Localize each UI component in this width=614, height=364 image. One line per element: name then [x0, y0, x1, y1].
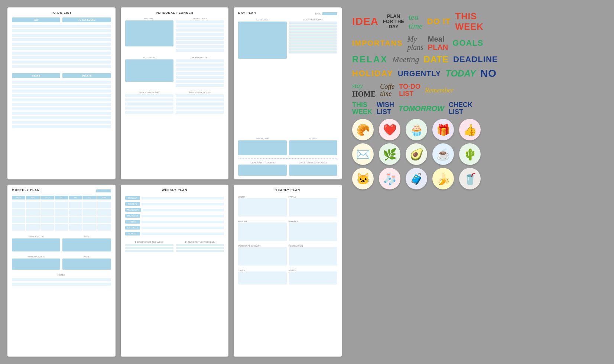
to-schedule-btn: TO SCHEDULE — [62, 17, 111, 22]
monthly-plan-card: MONTHLY PLAN MON TUE WED THU FRI SAT SUN — [7, 185, 116, 357]
friday-row: FRIDAY — [125, 220, 224, 224]
stickers-panel: IDEA PLANFOR THEDAY teatime DO IT Thiswe… — [348, 7, 607, 357]
this-week-sticker: Thisweek — [455, 11, 484, 32]
day-sun: SUN — [97, 196, 111, 199]
day-mon: MON — [12, 196, 25, 199]
meeting-label: MEETING — [125, 17, 173, 20]
priorities-label: PRIORITIES OF THE WEEK — [125, 241, 173, 243]
tomorrow-sticker: TOMORROW — [399, 104, 444, 113]
year-section-work-family: WORK FAMILY — [238, 196, 337, 217]
goals-sticker: GOALS — [452, 38, 483, 48]
sticker-row-1: IDEA PLANFOR THEDAY teatime DO IT Thiswe… — [352, 11, 603, 32]
wish-list-sticker: WISHLIST — [377, 101, 394, 116]
icon-stickers-row-2: ✉️ 🌿 🥑 ☕ 🌵 — [352, 143, 603, 165]
mug-sticker: ☕ — [432, 143, 454, 165]
notes-day-label: NOTES — [289, 137, 337, 140]
year-section-trips-notes: TRIPS NOTES — [238, 269, 337, 285]
sticker-row-2: IMPORTANS Myplans MealPLAN GOALS — [352, 35, 603, 51]
tea-time-sticker: teatime — [409, 13, 423, 30]
urgently-sticker: URGENTLY — [398, 69, 441, 78]
note2-label: NOTE — [62, 256, 111, 258]
icon-stickers-row-3: 🐱 🧦 🧳 🍌 🥤 — [352, 168, 603, 189]
thursday-row: THURSDAY — [125, 214, 224, 218]
avocado-sticker: 🥑 — [406, 143, 427, 165]
remember-sticker: Remember — [425, 87, 454, 94]
target-label: TARGET LIST — [176, 17, 224, 20]
sunday-row: SUNDAY — [125, 232, 224, 235]
my-plans-sticker: Myplans — [407, 35, 423, 51]
yearly-title: YEARLY PLAN — [238, 188, 337, 192]
sticker-row-5: stayHOME Coffetime TO-DOLIST Remember — [352, 82, 603, 98]
weekend-plans-label: PLANS FOR THE WEEKEND — [176, 241, 224, 243]
thumbsup-sticker: 👍 — [459, 119, 481, 140]
cat-sticker: 🐱 — [352, 168, 374, 189]
notes-label: NOTES — [12, 274, 111, 276]
saturday-label: SATURDAY — [125, 226, 140, 230]
days-header: MON TUE WED THU FRI SAT SUN — [12, 196, 111, 199]
delete-btn: DELETE — [62, 73, 111, 78]
banana-sticker: 🍌 — [432, 168, 454, 189]
luggage-sticker: 🧳 — [406, 168, 427, 189]
wednesday-label: WEDNESDAY — [125, 208, 141, 212]
succulent-sticker: 🌿 — [379, 143, 400, 165]
gift-sticker: 🎁 — [432, 119, 454, 140]
other-cases-label: OTHER CASES — [12, 256, 60, 258]
personal-title: PERSONAL PLANNER — [125, 11, 224, 14]
personal-planner-card: PERSONAL PLANNER MEETING TARGET LIST — [121, 7, 229, 179]
things-todo-label: THINGS TO DO — [12, 235, 60, 238]
thursday-label: THURSDAY — [125, 214, 140, 218]
sticker-row-6: THISWEEK WISHLIST TOMORROW CHECKLIST — [352, 101, 603, 116]
todo-list-sticker: TO-DOLIST — [399, 83, 420, 98]
day-plan-card: DAY PLAN DATE SCHEDULE PLAN FOR TODAY — [234, 7, 342, 179]
date-label: DATE — [315, 13, 321, 15]
important-notes-label: IMPORTANT NOTES — [176, 91, 224, 94]
day-sat: SAT — [83, 196, 97, 199]
coffee-cup-sticker: 🥤 — [459, 168, 481, 189]
today-sticker: TODAY — [445, 68, 476, 79]
lease-btn: LEASE — [12, 73, 60, 78]
heart-sticker: ❤️ — [379, 119, 400, 140]
socks-sticker: 🧦 — [379, 168, 400, 189]
this-week-2-sticker: THISWEEK — [352, 101, 372, 116]
nutrition-day-label: NUTRITION — [238, 137, 286, 140]
workout-label: WORKOUT LOG — [176, 56, 224, 59]
ideas-label: IDEAS AND THOUGHTS — [238, 162, 286, 164]
do-btn: DO — [12, 17, 60, 22]
saturday-row: SATURDAY — [125, 226, 224, 230]
meeting-sticker: Meeting — [392, 55, 419, 64]
importans-sticker: IMPORTANS — [352, 39, 403, 48]
stay-home-sticker: stayHOME — [352, 82, 376, 98]
check-list-sticker: CHECKLIST — [449, 101, 472, 116]
note1-label: NOTE — [62, 235, 111, 238]
cactus-sticker: 🌵 — [459, 143, 481, 165]
tasks-label: TASKS FOR TODAY — [125, 91, 173, 94]
sticker-row-4: HOLIDAY URGENTLY TODAY NO — [352, 68, 603, 79]
schedule-label: SCHEDULE — [238, 19, 286, 21]
planners-grid: TO-DO LIST DO TO SCHEDULE LEASE DELETE — [7, 7, 342, 357]
plan-today-label: PLAN FOR TODAY — [289, 19, 337, 21]
idea-sticker: IDEA — [352, 16, 379, 27]
nutrition-label: NUTRITION — [125, 56, 173, 59]
sticker-row-3: RELAX Meeting DATE DEADLINE — [352, 54, 603, 65]
icon-stickers-row-1: 🥐 ❤️ 🧁 🎁 👍 — [352, 119, 603, 140]
yearly-plan-card: YEARLY PLAN WORK FAMILY HEALTH FINANCE — [234, 185, 342, 357]
date-sticker: DATE — [423, 54, 449, 65]
day-wed: WED — [40, 196, 54, 199]
cupcake-sticker: 🧁 — [406, 119, 427, 140]
tuesday-row: TUESDAY — [125, 202, 224, 206]
monday-row: MONDAY — [125, 196, 224, 200]
no-sticker: NO — [480, 68, 497, 79]
monday-label: MONDAY — [125, 196, 140, 200]
weekly-title: WEEKLY PLAN — [125, 188, 224, 192]
meal-plan-sticker: MealPLAN — [428, 35, 448, 51]
todo-list-card: TO-DO LIST DO TO SCHEDULE LEASE DELETE — [7, 7, 116, 179]
friday-label: FRIDAY — [125, 220, 140, 224]
envelope-sticker: ✉️ — [352, 143, 374, 165]
sunday-label: SUNDAY — [125, 232, 140, 235]
day-tue: TUE — [26, 196, 39, 199]
deadline-sticker: DEADLINE — [453, 55, 498, 64]
plan-day-sticker: PLANFOR THEDAY — [383, 14, 404, 30]
year-section-growth-recreation: PERSONAL GROWTH RECREATION — [238, 245, 337, 266]
holiday-sticker: HOLIDAY — [352, 69, 393, 78]
croissant-sticker: 🥐 — [352, 119, 374, 140]
